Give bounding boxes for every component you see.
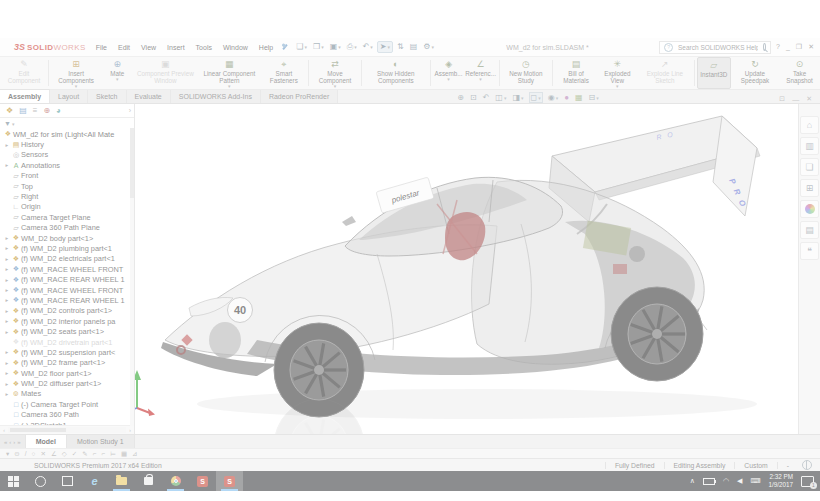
toolbar-icon[interactable]: ⌐ [93, 450, 97, 457]
undo-button[interactable]: ↶▾ [361, 42, 375, 52]
custom-properties-icon[interactable]: ▤ [800, 221, 819, 239]
minimize-button[interactable]: _ [786, 43, 790, 51]
chrome-button[interactable] [162, 471, 189, 491]
toolbar-icon[interactable]: ○ [32, 450, 36, 457]
exploded-view-button[interactable]: ✳Exploded View▾ [597, 57, 638, 89]
reference-geometry-button[interactable]: ∠Referenc...▾ [465, 57, 497, 89]
search-icon[interactable] [763, 43, 766, 51]
toolbar-icon[interactable]: ◇ [62, 450, 67, 458]
file-explorer-button[interactable] [108, 471, 135, 491]
tree-item-sensors[interactable]: ◎Sensors [3, 150, 134, 160]
toolbar-icon[interactable]: ✕ [40, 450, 45, 458]
tree-root-assembly[interactable]: ❖WM_d2 for sim (Light<All Mate [3, 129, 134, 139]
tab-evaluate[interactable]: Evaluate [127, 90, 171, 103]
toolbar-icon[interactable]: ▾ [6, 450, 9, 458]
dimxpert-tab-icon[interactable]: ⊕ [43, 106, 50, 115]
close-pane-icon[interactable]: ✕ [806, 95, 812, 103]
design-library-icon[interactable]: ▥ [800, 137, 819, 155]
show-hidden-components-button[interactable]: ◐Show Hidden Components [364, 57, 428, 89]
menu-edit[interactable]: Edit [118, 44, 130, 51]
tree-item-suspension-part[interactable]: ▸❖(f) WM_D2 suspension part< [3, 347, 134, 357]
tree-item-history[interactable]: ▸▤History [3, 139, 134, 149]
wifi-icon[interactable]: ◠ [723, 477, 729, 485]
battery-icon[interactable] [703, 478, 715, 485]
web-help-icon[interactable] [802, 460, 812, 470]
help-menu-button[interactable]: ? [776, 43, 780, 51]
view-orientation-icon[interactable]: ◨▾ [511, 93, 524, 102]
open-file-button[interactable]: ❒▾ [311, 42, 326, 52]
view-palette-icon[interactable]: ⊞ [800, 179, 819, 197]
tree-filter[interactable]: ▼ ▾ [0, 118, 134, 129]
cortana-button[interactable] [27, 471, 54, 491]
tree-item-floor-part[interactable]: ▸❖WM_D2 floor part<1> [3, 368, 134, 378]
view-settings-icon[interactable]: ⊟▾ [588, 93, 600, 102]
tree-item-top-plane[interactable]: ▱Top [3, 181, 134, 191]
pin-menu-icon[interactable] [281, 44, 288, 51]
toolbar-icon[interactable]: ∠ [51, 450, 57, 458]
tab-radeon-prorender[interactable]: Radeon ProRender [261, 90, 338, 103]
toolbar-icon[interactable]: ✎ [82, 450, 87, 458]
file-explorer-icon[interactable]: ❏ [800, 158, 819, 176]
mate-button[interactable]: ⊕Mate▾ [101, 57, 133, 89]
tab-sketch[interactable]: Sketch [88, 90, 126, 103]
update-speedpak-button[interactable]: ↻Update Speedpak [731, 57, 779, 89]
task-view-button[interactable] [54, 471, 81, 491]
touch-keyboard-icon[interactable]: ⌨ [750, 477, 760, 485]
menu-view[interactable]: View [141, 44, 156, 51]
action-center-icon[interactable]: 1 [801, 476, 814, 487]
tree-item-race-wheel-front-2[interactable]: ▸❖(f) WM_RACE WHEEL FRONT [3, 285, 134, 295]
toolbar-icon[interactable]: ⌐ [101, 450, 105, 457]
graphics-viewport[interactable]: R O P R O [135, 104, 798, 434]
toolbar-icon[interactable]: ▦ [121, 450, 127, 458]
display-style-icon[interactable]: ◻▾ [529, 92, 543, 103]
select-tool-button[interactable]: ➤▾ [377, 41, 393, 53]
tree-item-diffuser-part[interactable]: ▸❖WM_D2 diffuser part<1> [3, 378, 134, 388]
tree-item-plumbing-part[interactable]: ▸❖(f) WM_D2 plumbing part<1 [3, 243, 134, 253]
tree-item-interior-panels-part[interactable]: ▸❖(f) WM_D2 interior panels pa [3, 316, 134, 326]
component-preview-window-button[interactable]: ▣Component Preview Window [133, 57, 197, 89]
menu-file[interactable]: File [96, 44, 107, 51]
menu-tools[interactable]: Tools [196, 44, 212, 51]
tree-item-camera-360-path-plane[interactable]: ▱Camera 360 Path Plane [3, 223, 134, 233]
tree-item-camera-360-path[interactable]: □Camera 360 Path [3, 410, 134, 420]
solidworks-active-button[interactable]: S [216, 471, 243, 491]
solidworks-taskbar-button[interactable]: S [189, 471, 216, 491]
taskbar-clock[interactable]: 2:32 PM 1/9/2017 [768, 473, 793, 489]
configuration-selector[interactable]: Custom [734, 462, 776, 469]
rebuild-button[interactable]: ⇅ [395, 42, 406, 52]
previous-view-icon[interactable]: ↶ [482, 93, 491, 102]
toolbar-icon[interactable]: ⊨ [110, 450, 116, 458]
tree-item-origin[interactable]: ∟Origin [3, 202, 134, 212]
configurationmanager-tab-icon[interactable]: ≡ [33, 106, 38, 115]
undock-commandmanager-icon[interactable]: ⊡ [779, 95, 785, 103]
help-search-box[interactable]: ? [659, 41, 771, 54]
tree-item-annotations[interactable]: ▸AAnnotations [3, 160, 134, 170]
zoom-to-fit-icon[interactable]: ⊕ [456, 93, 465, 102]
edge-button[interactable]: e [81, 471, 108, 491]
tree-vertical-scrollbar[interactable] [130, 128, 134, 426]
solidworks-resources-icon[interactable]: ⌂ [800, 116, 819, 134]
tab-motion-study-1[interactable]: Motion Study 1 [67, 435, 135, 448]
tab-layout[interactable]: Layout [50, 90, 88, 103]
tree-horizontal-scrollbar[interactable]: ‹› [0, 425, 134, 434]
start-button[interactable] [0, 471, 27, 491]
section-view-icon[interactable]: ◫▾ [494, 93, 507, 102]
zoom-to-area-icon[interactable]: ⊡ [469, 93, 478, 102]
tab-solidworks-addins[interactable]: SOLIDWORKS Add-Ins [171, 90, 261, 103]
edit-appearance-icon[interactable]: ● [563, 93, 570, 102]
displaymanager-tab-icon[interactable]: ◕ [56, 106, 61, 115]
tree-item-drivetrain-part-hidden[interactable]: ❖(f) WM_D2 drivetrain part<1 [3, 337, 134, 347]
assembly-features-button[interactable]: ◈Assemb...▾ [433, 57, 465, 89]
edit-component-button[interactable]: ✎Edit Component [2, 57, 46, 89]
toolbar-icon[interactable]: ⊙ [14, 450, 19, 458]
tree-item-camera-target-point[interactable]: □(-) Camera Target Point [3, 399, 134, 409]
solidworks-forum-icon[interactable]: ❝ [800, 242, 819, 260]
propertymanager-tab-icon[interactable]: ▤ [19, 106, 27, 115]
collapse-ribbon-icon[interactable]: — [792, 96, 799, 103]
store-button[interactable] [135, 471, 162, 491]
apply-scene-icon[interactable]: ▦ [574, 93, 584, 102]
insert-components-button[interactable]: ⊞Insert Components▾ [51, 57, 102, 89]
featuremanager-tab-icon[interactable]: ❖ [6, 106, 13, 115]
tab-model[interactable]: Model [26, 435, 67, 448]
linear-component-pattern-button[interactable]: ▦Linear Component Pattern▾ [197, 57, 261, 89]
